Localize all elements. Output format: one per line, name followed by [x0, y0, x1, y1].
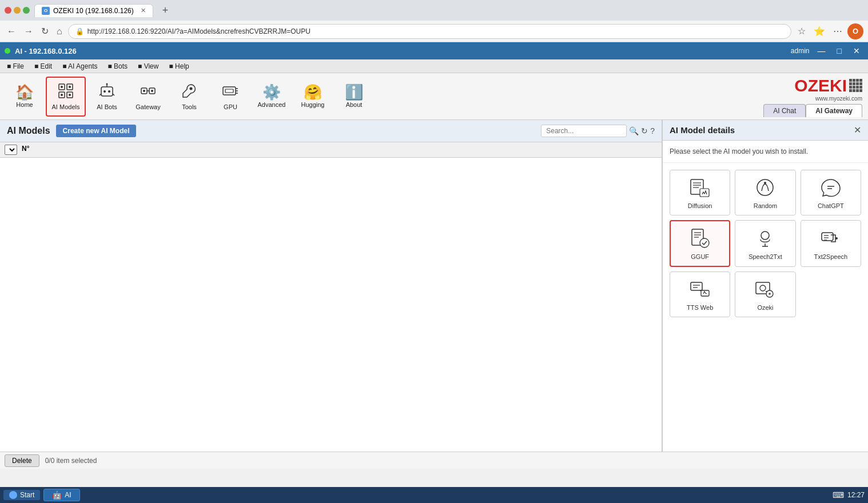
new-tab-btn[interactable]: +	[158, 5, 173, 17]
table-header: N°	[0, 142, 662, 158]
delete-btn[interactable]: Delete	[5, 454, 39, 467]
toolbar-gateway-btn[interactable]: Gateway	[128, 77, 168, 117]
menu-view[interactable]: ■ View	[133, 61, 163, 71]
browser-close-btn[interactable]	[5, 7, 11, 14]
fav-btn[interactable]: ⭐	[811, 25, 828, 38]
svg-point-12	[106, 83, 108, 85]
select-all-dropdown[interactable]	[5, 145, 17, 155]
svg-rect-8	[101, 87, 113, 96]
user-avatar[interactable]: O	[847, 23, 863, 39]
advanced-icon: ⚙️	[262, 85, 281, 99]
svg-point-20	[190, 87, 193, 90]
address-bar-row: ← → ↻ ⌂ 🔒 http://192.168.0.126:9220/AI/?…	[0, 21, 868, 42]
model-card-txt2speech[interactable]: Txt2Speech	[801, 220, 861, 267]
toolbar: 🏠 Home AI Models	[0, 73, 868, 120]
menu-bots[interactable]: ■ Bots	[103, 61, 132, 71]
menu-help[interactable]: ■ Help	[164, 61, 193, 71]
app-title-left: AI - 192.168.0.126	[5, 47, 77, 55]
model-card-chatgpt[interactable]: ChatGPT	[801, 170, 861, 215]
model-card-speech2txt[interactable]: Speech2Txt	[735, 220, 795, 267]
start-icon	[9, 491, 17, 499]
home-btn[interactable]: ⌂	[54, 25, 65, 38]
app-max-btn[interactable]: □	[834, 46, 845, 55]
search-area: 🔍 ↻ ?	[541, 125, 655, 137]
svg-point-19	[151, 90, 153, 92]
tab-ai-gateway[interactable]: AI Gateway	[806, 104, 862, 117]
model-card-tts-web[interactable]: TTS Web	[670, 272, 730, 317]
toolbar-tools-label: Tools	[182, 103, 197, 110]
status-indicator	[5, 48, 10, 54]
close-panel-btn[interactable]: ✕	[854, 125, 861, 135]
refresh-models-btn[interactable]: ↻	[641, 126, 648, 135]
svg-point-50	[760, 285, 766, 291]
svg-point-42	[835, 237, 838, 239]
toolbar-advanced-btn[interactable]: ⚙️ Advanced	[252, 77, 292, 117]
create-new-ai-model-btn[interactable]: Create new AI Model	[56, 125, 137, 137]
admin-label: admin	[791, 47, 810, 55]
random-icon	[754, 176, 777, 199]
address-bar[interactable]: 🔒 http://192.168.0.126:9220/AI/?a=AIMode…	[68, 24, 791, 39]
model-card-gguf[interactable]: GGUF	[670, 220, 730, 267]
ozeki-model-icon	[754, 278, 777, 301]
main-area: AI Models Create new AI Model 🔍 ↻ ? N°	[0, 120, 868, 452]
toolbar-gpu-btn[interactable]: GPU	[210, 77, 250, 117]
svg-point-10	[108, 90, 110, 93]
menu-bar: ■ File ■ Edit ■ AI Agents ■ Bots ■ View …	[0, 59, 868, 73]
random-label: Random	[754, 202, 778, 209]
search-btn[interactable]: 🔍	[629, 126, 639, 135]
menu-ai-agents[interactable]: ■ AI Agents	[58, 61, 102, 71]
menu-btn[interactable]: ⋯	[830, 25, 845, 38]
left-panel: AI Models Create new AI Model 🔍 ↻ ? N°	[0, 120, 662, 452]
search-input[interactable]	[541, 125, 627, 137]
toolbar-home-btn[interactable]: 🏠 Home	[5, 77, 45, 117]
tts-web-icon	[688, 278, 711, 301]
browser-tab[interactable]: O OZEKI 10 (192.168.0.126) ✕	[34, 4, 153, 17]
home-icon: 🏠	[15, 85, 34, 99]
svg-point-37	[700, 238, 709, 247]
chatgpt-icon	[819, 176, 842, 199]
svg-point-18	[143, 90, 145, 92]
help-btn[interactable]: ?	[650, 126, 655, 135]
tts-web-label: TTS Web	[687, 304, 713, 311]
speech2txt-label: Speech2Txt	[748, 253, 782, 260]
gateway-icon	[140, 82, 157, 102]
toolbar-ai-bots-btn[interactable]: AI Bots	[87, 77, 127, 117]
svg-rect-41	[822, 233, 833, 241]
model-card-random[interactable]: Random	[735, 170, 795, 215]
ozeki-logo-text: OZEKI	[794, 76, 847, 95]
bookmark-btn[interactable]: ☆	[795, 25, 809, 38]
app-tabs: AI Chat AI Gateway	[763, 104, 862, 117]
app-titlebar: AI - 192.168.0.126 admin — □ ✕	[0, 42, 868, 59]
svg-rect-46	[691, 282, 702, 290]
browser-max-btn[interactable]	[23, 7, 30, 14]
svg-rect-21	[223, 87, 236, 95]
forward-btn[interactable]: →	[22, 25, 35, 38]
tab-close-btn[interactable]: ✕	[141, 7, 146, 14]
gguf-label: GGUF	[691, 253, 709, 260]
taskbar-ai-app[interactable]: 🤖 AI	[43, 489, 79, 501]
toolbar-about-btn[interactable]: ℹ️ About	[334, 77, 374, 117]
model-card-diffusion[interactable]: Diffusion	[670, 170, 730, 215]
right-panel-header: AI Model details ✕	[663, 120, 868, 141]
app-title-right: admin — □ ✕	[791, 46, 863, 55]
model-card-ozeki[interactable]: Ozeki	[735, 272, 795, 317]
app-min-btn[interactable]: —	[814, 46, 829, 55]
toolbar-ai-models-btn[interactable]: AI Models	[46, 77, 86, 117]
toolbar-hugging-btn[interactable]: 🤗 Hugging	[293, 77, 333, 117]
diffusion-label: Diffusion	[688, 202, 712, 209]
browser-min-btn[interactable]	[14, 7, 21, 14]
toolbar-tools-btn[interactable]: Tools	[169, 77, 209, 117]
menu-file[interactable]: ■ File	[2, 61, 29, 71]
menu-edit[interactable]: ■ Edit	[30, 61, 57, 71]
toolbar-about-label: About	[346, 101, 363, 108]
browser-titlebar: O OZEKI 10 (192.168.0.126) ✕ +	[0, 0, 868, 21]
app-close-btn[interactable]: ✕	[850, 46, 863, 55]
svg-point-9	[103, 90, 106, 93]
toolbar-advanced-label: Advanced	[258, 101, 286, 108]
refresh-btn[interactable]: ↻	[39, 25, 51, 38]
ozeki-logo: OZEKI www.myozeki.com AI Chat AI Gateway	[763, 76, 862, 117]
back-btn[interactable]: ←	[5, 25, 18, 38]
url-text: http://192.168.0.126:9220/AI/?a=AIModels…	[87, 27, 784, 35]
tab-ai-chat[interactable]: AI Chat	[763, 104, 806, 117]
start-btn[interactable]: Start	[3, 490, 40, 500]
